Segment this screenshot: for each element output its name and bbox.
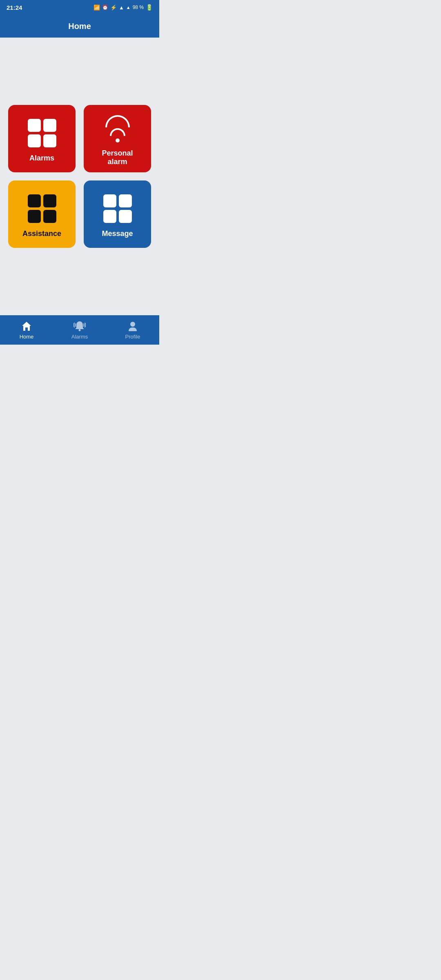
profile-icon (127, 321, 138, 332)
wifi-dot (116, 138, 120, 143)
alarms-nav-icon (74, 321, 86, 332)
status-icons: 📶 ⏰ ⚡ ▲ ▲ 98 % 🔋 (94, 4, 153, 11)
main-content: Alarms Personal alarm Assistance (0, 38, 159, 315)
grid-cell (43, 134, 56, 147)
tile-grid: Alarms Personal alarm Assistance (8, 105, 151, 248)
tile-alarms[interactable]: Alarms (8, 105, 76, 172)
nav-profile-label: Profile (125, 334, 140, 340)
app-header: Home (0, 15, 159, 38)
personal-alarm-icon (105, 115, 130, 143)
tile-personal-alarm-label: Personal alarm (92, 149, 143, 166)
grid-cell (103, 210, 116, 223)
alarms-icon (28, 119, 56, 147)
status-bar: 21:24 📶 ⏰ ⚡ ▲ ▲ 98 % 🔋 (0, 0, 159, 15)
grid-cell (103, 194, 116, 207)
nav-profile[interactable]: Profile (106, 321, 159, 340)
grid-cell-dark (28, 210, 41, 223)
grid-cell (43, 119, 56, 132)
grid-cell (119, 210, 132, 223)
wifi-arc-inner (110, 128, 125, 136)
grid-cell-dark (43, 194, 56, 207)
wifi-icon: ▲ (119, 4, 124, 11)
signal-icon: ▲ (126, 5, 131, 10)
grid-cell (119, 194, 132, 207)
grid-cell (28, 119, 41, 132)
tile-alarms-label: Alarms (29, 154, 54, 163)
svg-point-2 (130, 322, 135, 327)
assistance-icon (28, 194, 56, 223)
header-title: Home (68, 22, 91, 31)
battery-icon: 🔋 (146, 4, 153, 11)
status-time: 21:24 (7, 4, 22, 11)
tile-assistance-label: Assistance (22, 229, 61, 238)
grid-cell-dark (43, 210, 56, 223)
message-icon (103, 194, 132, 223)
alarm-icon: ⏰ (102, 4, 108, 10)
tile-message[interactable]: Message (84, 180, 151, 248)
nfc-icon: 📶 (94, 4, 100, 11)
svg-point-1 (79, 329, 81, 331)
wifi-arc-outer (105, 115, 130, 127)
battery-label: 98 % (133, 4, 144, 10)
grid-cell (28, 134, 41, 147)
nav-home[interactable]: Home (0, 321, 53, 340)
svg-marker-0 (22, 322, 31, 331)
bluetooth-icon: ⚡ (110, 4, 117, 11)
home-icon (21, 321, 32, 332)
nav-alarms[interactable]: Alarms (53, 321, 106, 340)
tile-personal-alarm[interactable]: Personal alarm (84, 105, 151, 172)
bottom-nav: Home Alarms Profile (0, 315, 159, 345)
grid-cell-dark (28, 194, 41, 207)
tile-message-label: Message (102, 229, 133, 238)
nav-alarms-label: Alarms (71, 334, 88, 340)
tile-assistance[interactable]: Assistance (8, 180, 76, 248)
nav-home-label: Home (20, 334, 34, 340)
